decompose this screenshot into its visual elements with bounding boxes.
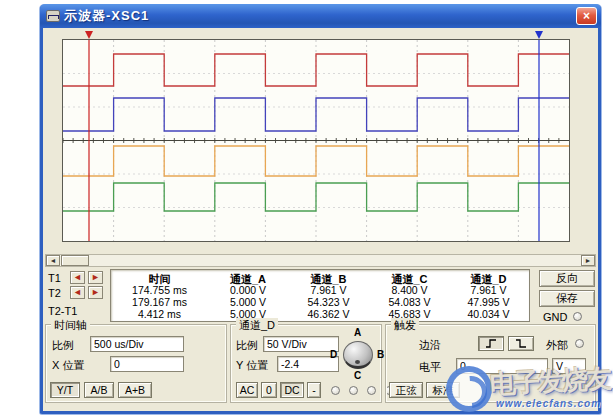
external-radio[interactable] xyxy=(575,339,584,348)
window-body: ◄ ► T1 ◄ ► T2 ◄ ► T2-T1 时间通道_A通道_B通道_C通道… xyxy=(43,28,598,411)
coupling-ac-button[interactable]: AC xyxy=(236,382,258,398)
t1-label: T1 xyxy=(48,272,61,284)
trigger-group: 触发 边沿 外部 电平 0 V 正弦 标准 xyxy=(385,324,596,403)
t2-right-button[interactable]: ► xyxy=(88,286,103,299)
timebase-group: 时间轴 比例 500 us/Div X 位置 0 Y/T A/B A+B xyxy=(45,324,227,403)
falling-edge-icon xyxy=(514,338,528,349)
external-label: 外部 xyxy=(546,338,568,353)
reverse-button[interactable]: 反向 xyxy=(539,270,595,287)
coupling-0-button[interactable]: 0 xyxy=(261,382,277,398)
level-unit-select[interactable]: V xyxy=(552,358,586,374)
cursor-1-flag[interactable] xyxy=(85,31,93,39)
channel-group: 通道_D 比例 50 V/Div Y 位置 -2.4 A B C D AC 0 … xyxy=(230,324,382,403)
x-position-label: X 位置 xyxy=(52,358,84,373)
channel-scale-label: 比例 xyxy=(236,338,258,353)
channel-title: 通道_D xyxy=(236,318,278,333)
coupling-minus-button[interactable]: - xyxy=(307,382,321,398)
mode-yt-button[interactable]: Y/T xyxy=(50,382,80,398)
table-cell: 40.034 V xyxy=(450,308,527,320)
table-cell: 46.362 V xyxy=(288,308,369,320)
window-title: 示波器-XSC1 xyxy=(64,7,149,25)
trigger-normal-button[interactable]: 标准 xyxy=(426,382,460,398)
x-position-input[interactable]: 0 xyxy=(110,356,184,372)
table-header-cell: 时间 xyxy=(111,272,208,284)
timebase-scale-label: 比例 xyxy=(52,338,74,353)
scope-plot xyxy=(62,39,570,242)
level-label: 电平 xyxy=(419,360,441,375)
table-cell: 179.167 ms xyxy=(111,296,208,308)
table-cell: 54.323 V xyxy=(288,296,369,308)
knob-label-a: A xyxy=(354,327,361,338)
table-header-cell: 通道_C xyxy=(369,272,450,284)
cursor-2-flag[interactable] xyxy=(535,31,543,39)
table-cell: 7.961 V xyxy=(450,284,527,296)
channel-c-radio[interactable] xyxy=(367,386,376,395)
knob-label-d: D xyxy=(330,349,337,360)
level-input[interactable]: 0 xyxy=(456,358,548,374)
table-cell: 7.961 V xyxy=(288,284,369,296)
scope-scrollbar[interactable]: ◄ ► xyxy=(45,254,596,267)
t2-left-button[interactable]: ◄ xyxy=(70,286,85,299)
edge-label: 边沿 xyxy=(419,338,441,353)
scroll-left-button[interactable]: ◄ xyxy=(46,255,60,266)
coupling-dc-button[interactable]: DC xyxy=(280,382,304,398)
mode-aplusb-button[interactable]: A+B xyxy=(118,382,152,398)
measurement-table: 时间通道_A通道_B通道_C通道_D174.755 ms0.000 V7.961… xyxy=(110,269,530,322)
channel-scale-input[interactable]: 50 V/Div xyxy=(263,336,339,352)
channel-select-knob[interactable] xyxy=(343,341,373,369)
rising-edge-button[interactable] xyxy=(478,336,504,351)
trigger-title: 触发 xyxy=(391,318,419,333)
mode-ab-button[interactable]: A/B xyxy=(84,382,114,398)
table-header-cell: 通道_D xyxy=(450,272,527,284)
channel-a-radio[interactable] xyxy=(331,386,340,395)
table-cell: 4.412 ms xyxy=(111,308,208,320)
scroll-thumb[interactable] xyxy=(61,255,89,266)
table-cell: 47.995 V xyxy=(450,296,527,308)
oscilloscope-window: 示波器-XSC1 × ◄ ► T1 ◄ ► T2 ◄ ► T2-T1 时间通道_… xyxy=(40,5,601,414)
t2-label: T2 xyxy=(48,287,61,299)
t1-left-button[interactable]: ◄ xyxy=(70,271,85,284)
falling-edge-button[interactable] xyxy=(508,336,534,351)
table-header-cell: 通道_A xyxy=(208,272,288,284)
table-cell: 0.000 V xyxy=(208,284,288,296)
scroll-right-button[interactable]: ► xyxy=(581,255,595,266)
t2t1-label: T2-T1 xyxy=(48,305,77,317)
rising-edge-icon xyxy=(484,338,498,349)
knob-label-c: C xyxy=(354,370,361,381)
t1-right-button[interactable]: ► xyxy=(88,271,103,284)
table-header-cell: 通道_B xyxy=(288,272,369,284)
window-icon xyxy=(46,10,60,22)
y-position-label: Y 位置 xyxy=(236,358,268,373)
ground-label: GND xyxy=(543,311,567,323)
table-cell: 54.083 V xyxy=(369,296,450,308)
save-button[interactable]: 保存 xyxy=(539,290,595,307)
close-button[interactable]: × xyxy=(576,7,597,25)
trigger-sing-button[interactable]: 正弦 xyxy=(389,382,423,398)
timebase-title: 时间轴 xyxy=(51,318,90,333)
table-cell: 174.755 ms xyxy=(111,284,208,296)
title-bar[interactable]: 示波器-XSC1 × xyxy=(40,4,601,28)
timebase-scale-input[interactable]: 500 us/Div xyxy=(90,336,184,352)
knob-label-b: B xyxy=(377,349,384,360)
channel-b-radio[interactable] xyxy=(349,386,358,395)
table-cell: 5.000 V xyxy=(208,296,288,308)
table-cell: 8.400 V xyxy=(369,284,450,296)
ground-radio[interactable] xyxy=(573,312,582,321)
